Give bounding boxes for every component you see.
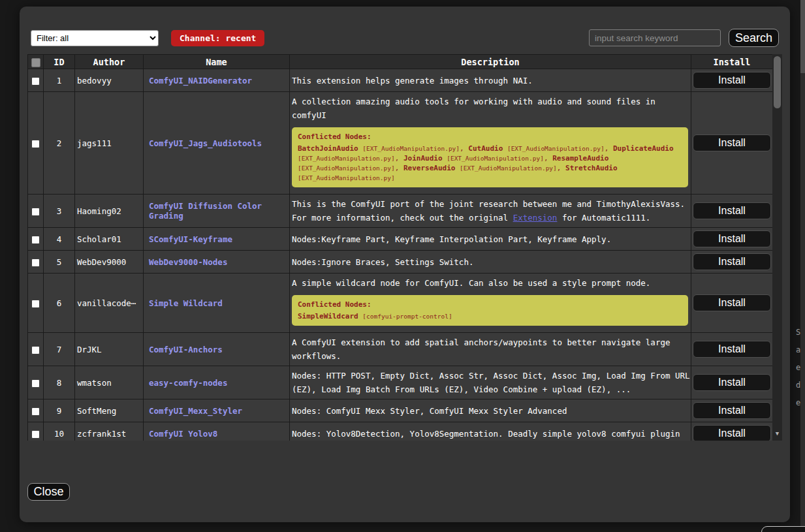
row-install-cell: Install xyxy=(691,333,773,366)
table-row: 3Haoming02ComfyUI Diffusion Color Gradin… xyxy=(28,195,773,228)
row-author: SoftMeng xyxy=(75,399,144,422)
page-scrollbar-thumb[interactable] xyxy=(800,0,805,73)
scroll-down-arrow-icon[interactable]: ▼ xyxy=(772,431,782,437)
extension-name-link[interactable]: SComfyUI-Keyframe xyxy=(149,234,232,244)
select-all-checkbox[interactable] xyxy=(31,58,40,67)
row-install-cell: Install xyxy=(691,422,773,441)
install-button[interactable]: Install xyxy=(693,72,771,89)
search-input[interactable] xyxy=(589,29,721,46)
row-checkbox[interactable] xyxy=(31,407,40,416)
clipped-letter: a xyxy=(796,341,801,359)
header-description: Description xyxy=(290,55,691,69)
row-checkbox[interactable] xyxy=(31,236,40,244)
row-install-cell: Install xyxy=(691,195,773,228)
extension-name-link[interactable]: ComfyUI_Mexx_Styler xyxy=(149,406,242,416)
row-author: DrJKL xyxy=(75,333,144,366)
extension-name-link[interactable]: Simple Wildcard xyxy=(149,298,223,308)
table-row: 2jags111ComfyUI_Jags_AudiotoolsA collect… xyxy=(28,92,773,195)
row-id: 3 xyxy=(44,195,75,228)
row-description-cell: This extension helps generate images thr… xyxy=(290,69,691,92)
conflict-node-source: [EXT_AudioManipulation.py] xyxy=(507,145,605,152)
conflict-node-name: ReverseAudio xyxy=(403,164,455,172)
row-id: 7 xyxy=(44,333,75,366)
install-button[interactable]: Install xyxy=(693,294,771,311)
install-button[interactable]: Install xyxy=(693,374,771,391)
row-name-cell: ComfyUI Diffusion Color Grading xyxy=(144,195,290,228)
table-scrollbar-thumb[interactable] xyxy=(774,56,781,108)
install-button[interactable]: Install xyxy=(693,230,771,247)
install-button[interactable]: Install xyxy=(693,134,771,151)
row-checkbox[interactable] xyxy=(31,346,40,354)
conflicted-nodes-title: Conflicted Nodes: xyxy=(298,132,682,142)
clipped-letter: S xyxy=(796,324,801,341)
row-author: WebDev9000 xyxy=(75,251,144,274)
clipped-background-button xyxy=(761,526,805,532)
row-description-cell: Nodes:Ignore Braces, Settings Switch. xyxy=(290,251,691,274)
channel-badge: Channel: recent xyxy=(171,30,264,46)
close-button[interactable]: Close xyxy=(27,483,70,501)
row-checkbox-cell xyxy=(28,399,44,422)
row-checkbox[interactable] xyxy=(31,140,40,148)
install-button[interactable]: Install xyxy=(693,425,771,441)
clipped-letter: d xyxy=(796,377,801,394)
extension-name-link[interactable]: easy-comfy-nodes xyxy=(149,378,227,388)
row-checkbox-cell xyxy=(28,333,44,366)
header-id: ID xyxy=(44,55,75,69)
row-checkbox-cell xyxy=(28,274,44,333)
row-checkbox[interactable] xyxy=(31,208,40,216)
row-checkbox-cell xyxy=(28,422,44,441)
table-scrollbar[interactable]: ▼ xyxy=(772,54,782,441)
conflict-node-name: JoinAudio xyxy=(403,154,443,163)
row-name-cell: ComfyUI_NAIDGenerator xyxy=(144,69,290,92)
row-checkbox[interactable] xyxy=(31,430,40,439)
row-author: Haoming02 xyxy=(75,195,144,228)
row-name-cell: ComfyUI_Mexx_Styler xyxy=(144,399,290,422)
header-install: Install xyxy=(691,55,773,69)
install-button[interactable]: Install xyxy=(693,341,771,358)
table-row: 8wmatsoneasy-comfy-nodesNodes: HTTP POST… xyxy=(28,366,773,399)
install-button[interactable]: Install xyxy=(693,202,771,219)
clipped-background-text: Saede xyxy=(796,324,801,412)
conflict-node-name: StretchAudio xyxy=(565,164,617,172)
row-checkbox[interactable] xyxy=(31,300,40,308)
row-install-cell: Install xyxy=(691,69,773,92)
extension-name-link[interactable]: ComfyUI_Jags_Audiotools xyxy=(149,138,262,148)
row-checkbox[interactable] xyxy=(31,77,40,86)
row-checkbox[interactable] xyxy=(31,258,40,267)
row-install-cell: Install xyxy=(691,228,773,251)
row-install-cell: Install xyxy=(691,366,773,399)
description-text: A ComfyUI extension to add spatial ancho… xyxy=(292,337,670,361)
install-button[interactable]: Install xyxy=(693,253,771,270)
row-checkbox-cell xyxy=(28,195,44,228)
extension-name-link[interactable]: ComfyUI-Anchors xyxy=(149,345,223,354)
row-author: wmatson xyxy=(75,366,144,399)
description-link[interactable]: Extension xyxy=(513,213,558,223)
conflict-node-source: [EXT_AudioManipulation.py] xyxy=(298,164,395,172)
table-row: 10zcfrank1stComfyUI Yolov8Nodes: Yolov8D… xyxy=(28,422,773,441)
description-text: Nodes: Yolov8Detection, Yolov8Segmentati… xyxy=(292,429,680,439)
row-name-cell: easy-comfy-nodes xyxy=(144,366,290,399)
extension-name-link[interactable]: ComfyUI Diffusion Color Grading xyxy=(149,201,262,221)
row-author: bedovyy xyxy=(75,69,144,92)
extension-name-link[interactable]: WebDev9000-Nodes xyxy=(149,257,227,267)
header-name: Name xyxy=(144,55,290,69)
conflict-node-source: [EXT_AudioManipulation.py] xyxy=(298,174,395,181)
page-scrollbar[interactable] xyxy=(800,0,805,532)
row-author: jags111 xyxy=(75,92,144,195)
description-text: for Automatic1111. xyxy=(557,213,650,223)
conflict-node-source: [EXT_AudioManipulation.py] xyxy=(447,155,544,162)
extension-name-link[interactable]: ComfyUI Yolov8 xyxy=(149,429,217,439)
row-checkbox[interactable] xyxy=(31,379,40,388)
row-description-cell: Nodes: ComfyUI Mexx Styler, ComfyUI Mexx… xyxy=(290,399,691,422)
row-checkbox-cell xyxy=(28,92,44,195)
search-button[interactable]: Search xyxy=(729,29,779,47)
conflicted-nodes-title: Conflicted Nodes: xyxy=(298,300,682,309)
install-button[interactable]: Install xyxy=(693,402,771,419)
extension-name-link[interactable]: ComfyUI_NAIDGenerator xyxy=(149,76,252,86)
row-install-cell: Install xyxy=(691,399,773,422)
filter-select[interactable]: Filter: all xyxy=(31,30,159,46)
row-checkbox-cell xyxy=(28,366,44,399)
conflict-node-name: DuplicateAudio xyxy=(613,144,674,153)
description-text: A simple wildcard node for ComfyUI. Can … xyxy=(292,278,650,288)
conflict-node-name: BatchJoinAudio xyxy=(298,144,358,153)
